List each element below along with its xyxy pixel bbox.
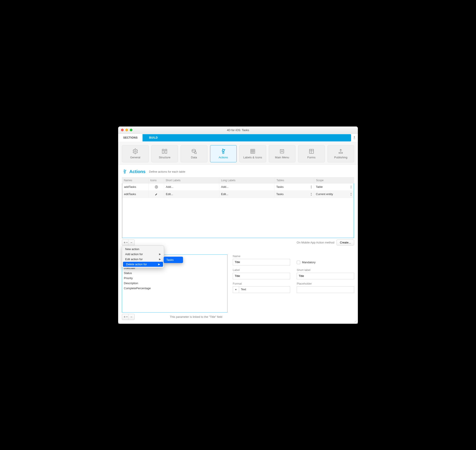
param-form: Name Mandatory Label Short label Format (233, 255, 354, 320)
svg-rect-20 (339, 152, 342, 154)
list-item[interactable]: Status (122, 271, 227, 276)
remove-param-button[interactable]: − (128, 314, 134, 320)
add-action-button[interactable]: ＋▾ (122, 240, 128, 245)
section-label: Data (191, 156, 197, 159)
field-shortlabel: Short label (297, 268, 354, 279)
upload-icon[interactable] (353, 134, 356, 142)
pencil-icon (155, 193, 158, 196)
actions-table-header: Names Icons Short Labels Long Labels Tab… (122, 178, 354, 184)
chevron-down-icon[interactable]: ▾ (233, 287, 239, 293)
input-name[interactable] (233, 259, 290, 266)
stepper-icon[interactable]: ▲▼ (310, 192, 312, 196)
field-format: Format ▾ Text (233, 282, 290, 293)
col-icons[interactable]: Icons (149, 178, 164, 183)
list-item[interactable]: Priority (122, 276, 227, 281)
add-param-button[interactable]: ＋▾ (122, 314, 128, 320)
actions-table: Names Icons Short Labels Long Labels Tab… (122, 177, 354, 238)
col-tables[interactable]: Tables (275, 178, 314, 183)
delete-action-submenu: Tasks (164, 257, 183, 263)
svg-point-0 (134, 151, 136, 152)
section-main-menu[interactable]: Main Menu (269, 145, 296, 162)
field-placeholder: Placeholder (297, 282, 354, 293)
label-shortlabel: Short label (297, 268, 354, 272)
table-row[interactable]: editTasks Edit... Edit... Tasks▲▼ Curren… (122, 191, 354, 198)
submenu-arrow-icon: ▶ (159, 253, 161, 255)
add-remove-group: ＋▾ − (122, 240, 135, 246)
section-publishing[interactable]: Publishing (327, 145, 354, 162)
svg-rect-9 (250, 149, 255, 154)
svg-rect-17 (309, 149, 313, 154)
col-short[interactable]: Short Labels (164, 178, 219, 183)
menu-edit-action-for[interactable]: Edit action for▶ (122, 257, 164, 262)
submenu-arrow-icon: ▶ (158, 263, 160, 266)
panel-heading: Actions Define actions for each table (122, 168, 354, 177)
panel-subtitle: Define actions for each table (149, 170, 185, 173)
method-hint: On Mobile App Action method (297, 241, 334, 244)
input-format[interactable]: ▾ Text (233, 286, 290, 293)
section-label: Labels & Icons (243, 156, 262, 159)
submenu-arrow-icon: ▶ (159, 258, 161, 261)
list-item[interactable]: Description (122, 281, 227, 286)
section-label: General (130, 156, 140, 159)
table-row[interactable]: addTasks Add... Add... Tasks▲▼ Table▲▼ (122, 184, 354, 191)
remove-action-button[interactable]: − (128, 240, 134, 245)
stepper-icon[interactable]: ▲▼ (350, 185, 352, 189)
actions-button-row: ＋▾ − On Mobile App Action method Create.… (122, 240, 354, 246)
section-row: General Structure Data Actions Labels & … (118, 142, 358, 165)
submenu-item-tasks[interactable]: Tasks (164, 258, 183, 262)
cell-long: Add... (219, 184, 274, 191)
input-placeholder[interactable] (297, 286, 354, 293)
col-scope[interactable]: Scope (314, 178, 354, 183)
stepper-icon[interactable]: ▲▼ (350, 192, 352, 196)
menu-delete-action-for[interactable]: Delete action for▶ (123, 262, 163, 267)
actions-icon (122, 169, 127, 174)
section-labels-icons[interactable]: Labels & Icons (239, 145, 266, 162)
svg-rect-14 (280, 149, 284, 153)
menu-add-action-for[interactable]: Add action for▶ (122, 252, 164, 257)
cell-icon (149, 184, 164, 191)
cell-name: editTasks (122, 191, 149, 198)
section-general[interactable]: General (122, 145, 149, 162)
checkbox-mandatory[interactable] (297, 261, 300, 264)
label-label: Label (233, 268, 290, 272)
tab-build[interactable]: BUILD (143, 134, 351, 142)
svg-line-7 (196, 153, 196, 154)
col-names[interactable]: Names (122, 178, 149, 183)
menu-new-action[interactable]: New action (122, 247, 164, 252)
col-long[interactable]: Long Labels (219, 178, 275, 183)
section-data[interactable]: Data (181, 145, 208, 162)
cell-icon (149, 191, 164, 198)
param-button-row: ＋▾ − This parameter is linked to the "Ti… (122, 314, 227, 320)
cell-long: Edit... (219, 191, 274, 198)
field-label: Label (233, 268, 290, 279)
plus-circle-icon (155, 185, 158, 189)
cell-name: addTasks (122, 184, 149, 191)
svg-rect-2 (165, 149, 167, 154)
tab-sections[interactable]: SECTIONS (118, 134, 143, 142)
svg-point-8 (223, 152, 224, 154)
add-action-menu: New action Add action for▶ Edit action f… (122, 245, 164, 268)
stepper-icon[interactable]: ▲▼ (310, 185, 312, 189)
list-item[interactable]: CompletePercentage (122, 286, 227, 291)
create-method-button[interactable]: Create... (337, 240, 354, 245)
actions-table-body: addTasks Add... Add... Tasks▲▼ Table▲▼ e… (122, 184, 354, 238)
cell-scope: Current entity▲▼ (314, 191, 354, 198)
top-tabbar: SECTIONS BUILD (118, 134, 358, 142)
svg-point-21 (124, 172, 125, 173)
svg-point-5 (192, 149, 195, 151)
field-mandatory[interactable]: Mandatory (297, 259, 354, 266)
panel-title: Actions (129, 169, 145, 174)
section-label: Forms (307, 156, 315, 159)
section-forms[interactable]: Forms (298, 145, 325, 162)
label-mandatory: Mandatory (302, 261, 315, 264)
section-structure[interactable]: Structure (151, 145, 178, 162)
section-label: Main Menu (275, 156, 289, 159)
svg-rect-1 (162, 149, 164, 154)
label-name: Name (233, 255, 290, 258)
resize-handle[interactable] (354, 320, 357, 323)
input-label[interactable] (233, 273, 290, 279)
label-format: Format (233, 282, 290, 285)
cell-table: Tasks▲▼ (274, 184, 314, 191)
input-shortlabel[interactable] (297, 273, 354, 279)
section-actions[interactable]: Actions (210, 145, 237, 162)
